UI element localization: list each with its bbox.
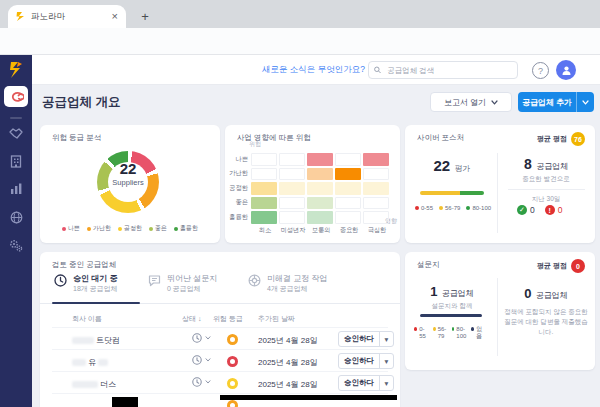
col-status[interactable]: 상태 ↓ <box>182 314 201 324</box>
clock-icon <box>192 355 202 365</box>
date-added: 2025년 4월 28일 <box>258 379 318 390</box>
heatmap-cell <box>251 153 277 166</box>
sidebar-item-analytics-icon[interactable] <box>0 183 32 195</box>
last-30-days-label: 지난 30일 <box>501 195 591 204</box>
table-row[interactable]: 유2025년 4월 28일승인하다▾ <box>52 349 388 372</box>
cyber-title: 사이버 포스처 <box>417 133 464 143</box>
tab-label: 승인 대기 중 <box>73 274 118 284</box>
assessments-count: 22 <box>433 157 450 174</box>
range-label: 56-79 <box>445 205 460 212</box>
lifebuoy-icon <box>248 274 261 287</box>
heatmap-col-label: 최소 <box>251 226 279 233</box>
add-supplier-caret[interactable] <box>576 92 594 112</box>
add-supplier-label: 공급업체 추가 <box>518 97 576 108</box>
status-dropdown[interactable] <box>192 355 211 365</box>
approve-button[interactable]: 승인하다▾ <box>338 375 394 391</box>
heatmap-cell <box>251 182 277 195</box>
status-dropdown[interactable] <box>192 377 211 387</box>
review-tab-lifebuoy[interactable]: 미해결 교정 작업4개 공급업체 <box>248 274 327 294</box>
heatmap-cell <box>279 182 305 195</box>
search-input[interactable] <box>385 65 512 76</box>
heatmap-row: 훌륭한 <box>227 211 391 224</box>
heatmap-grid: 나쁜가난한공정한좋은훌륭한최소미성년자보통의중요한극심한 <box>227 153 391 233</box>
sidebar-item-settings-icon[interactable] <box>0 239 32 252</box>
heatmap-col-label: 중요한 <box>335 226 363 233</box>
company-name[interactable]: 유 <box>72 357 108 368</box>
approve-label: 승인하다 <box>339 378 379 388</box>
screen: 파노라마 × + 文 panoraysapp.com 1 ••• <box>0 0 600 407</box>
range-dot <box>414 327 417 331</box>
findings-stat: 8 공급업체 중요한 발견으로 <box>501 155 591 184</box>
search-icon <box>374 66 381 74</box>
risk-badge <box>227 400 238 407</box>
range-label: 80-100 <box>456 326 467 340</box>
browser-tab[interactable]: 파노라마 × <box>8 5 126 28</box>
questionnaire-average: 평균 평점 0 <box>537 259 585 273</box>
range-item: 0-55 <box>414 326 429 340</box>
add-supplier-button[interactable]: 공급업체 추가 <box>518 92 594 112</box>
with-q-sub: 설문지와 함께 <box>413 302 491 311</box>
whats-new-link[interactable]: 새로운 소식은 무엇인가요? <box>262 64 380 76</box>
heatmap-cell <box>307 211 333 224</box>
assessments-label: 평가 <box>455 164 471 173</box>
tab-close-icon[interactable]: × <box>112 11 118 22</box>
sidebar-item-overview-active[interactable] <box>4 86 28 107</box>
heatmap-y-label: 위험 <box>249 140 261 149</box>
approve-caret[interactable]: ▾ <box>380 357 393 366</box>
approve-label: 승인하다 <box>339 356 379 366</box>
avg-rating-badge: 76 <box>571 132 585 146</box>
open-report-button[interactable]: 보고서 열기 <box>430 92 512 112</box>
legend-label: 훌륭한 <box>180 224 198 233</box>
heatmap-cell <box>251 211 277 224</box>
table-row[interactable]: 트닷컴2025년 4월 28일승인하다▾ <box>52 327 388 350</box>
approve-label: 승인하다 <box>339 334 379 344</box>
chevron-down-icon <box>491 100 498 105</box>
date-added: 2025년 4월 28일 <box>258 357 318 368</box>
table-row[interactable]: 더스2025년 4월 28일승인하다▾ <box>52 371 388 394</box>
heatmap-col-labels: 최소미성년자보통의중요한극심한 <box>227 226 391 233</box>
approve-caret[interactable]: ▾ <box>380 335 393 344</box>
sidebar-item-globe-icon[interactable] <box>0 211 32 224</box>
heatmap-cell <box>279 153 305 166</box>
sidebar-item-company-icon[interactable] <box>0 155 32 168</box>
donut-center: 22 Suppliers <box>97 161 159 187</box>
heatmap-cell <box>251 197 277 210</box>
heatmap-col-label: 미성년자 <box>279 226 307 233</box>
help-icon[interactable]: ? <box>532 62 549 79</box>
range-item: 80-100 <box>452 326 467 340</box>
active-tab-underline <box>52 302 140 304</box>
company-name[interactable]: 더스 <box>72 379 116 390</box>
with-questionnaire-stat: 1 공급업체 설문지와 함께 <box>413 282 491 311</box>
heatmap-row: 좋은 <box>227 197 391 210</box>
divider <box>508 189 585 190</box>
questionnaire-card: 설문지 평균 평점 0 1 공급업체 설문지와 함께 0-5556-7980-1… <box>405 252 595 370</box>
company-name[interactable]: 트닷컴 <box>72 335 120 346</box>
review-tab-clock[interactable]: 승인 대기 중18개 공급업체 <box>54 274 118 294</box>
heatmap-cell <box>335 182 361 195</box>
legend-item: 공정한 <box>118 224 142 233</box>
status-dropdown[interactable] <box>192 333 211 343</box>
supplier-search[interactable] <box>368 61 518 79</box>
cyber-average: 평균 평점 76 <box>537 132 585 146</box>
avg-rating-badge: 0 <box>571 259 585 273</box>
legend-dot <box>87 227 91 231</box>
heatmap-row-label: 좋은 <box>227 198 251 207</box>
heatmap-row: 공정한 <box>227 182 391 195</box>
with-q-label: 공급업체 <box>442 289 474 298</box>
redacted-text <box>72 337 94 344</box>
approve-button[interactable]: 승인하다▾ <box>338 331 394 347</box>
approve-button[interactable]: 승인하다▾ <box>338 353 394 369</box>
clock-icon <box>192 377 202 387</box>
review-tab-questionnaire[interactable]: 뛰어난 설문지0 공급업체 <box>148 274 217 294</box>
sidebar-item-handshake-icon[interactable] <box>0 128 32 140</box>
whats-new-label: 새로운 소식은 무엇인가요? <box>262 64 365 76</box>
page-title: 공급업체 개요 <box>42 94 120 111</box>
tab-texts: 승인 대기 중18개 공급업체 <box>73 274 118 294</box>
approve-caret[interactable]: ▾ <box>380 379 393 388</box>
tab-sublabel: 18개 공급업체 <box>73 284 118 294</box>
heatmap-cell <box>363 153 389 166</box>
new-tab-button[interactable]: + <box>136 7 154 25</box>
clock-icon <box>192 333 202 343</box>
legend-label: 공정한 <box>124 224 142 233</box>
avatar[interactable] <box>556 60 576 80</box>
